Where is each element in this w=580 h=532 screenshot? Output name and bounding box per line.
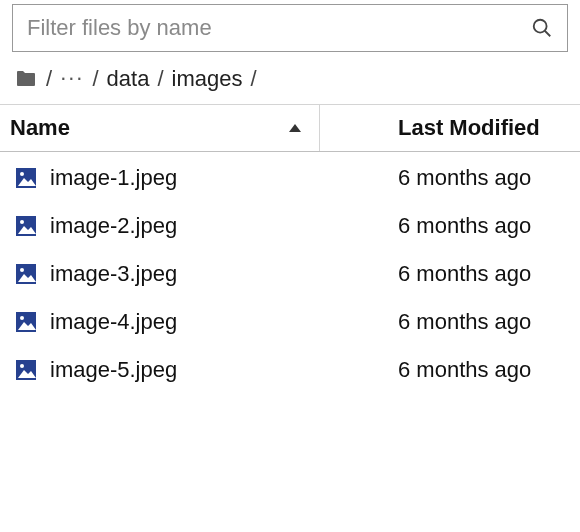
column-header-name[interactable]: Name [0, 105, 320, 151]
svg-point-7 [20, 268, 24, 272]
file-modified: 6 months ago [320, 165, 580, 191]
table-row[interactable]: image-3.jpeg 6 months ago [0, 250, 580, 298]
file-main: image-5.jpeg [0, 357, 320, 383]
file-name: image-3.jpeg [50, 261, 177, 287]
column-header-modified-label: Last Modified [398, 115, 540, 141]
file-name: image-5.jpeg [50, 357, 177, 383]
svg-point-11 [20, 364, 24, 368]
breadcrumb-separator: / [250, 66, 256, 92]
file-modified: 6 months ago [320, 309, 580, 335]
image-icon [14, 214, 38, 238]
image-icon [14, 358, 38, 382]
filter-bar [12, 4, 568, 52]
table-row[interactable]: image-5.jpeg 6 months ago [0, 346, 580, 394]
breadcrumb-segment[interactable]: data [107, 66, 150, 92]
breadcrumb-ellipsis[interactable]: ··· [60, 67, 84, 89]
file-main: image-3.jpeg [0, 261, 320, 287]
table-row[interactable]: image-4.jpeg 6 months ago [0, 298, 580, 346]
breadcrumb-segment[interactable]: images [172, 66, 243, 92]
image-icon [14, 262, 38, 286]
image-icon [14, 166, 38, 190]
table-header: Name Last Modified [0, 104, 580, 152]
file-name: image-4.jpeg [50, 309, 177, 335]
breadcrumb-separator: / [157, 66, 163, 92]
file-name: image-1.jpeg [50, 165, 177, 191]
column-header-modified[interactable]: Last Modified [320, 105, 580, 151]
file-modified: 6 months ago [320, 357, 580, 383]
file-list: image-1.jpeg 6 months ago image-2.jpeg 6… [0, 152, 580, 394]
file-main: image-1.jpeg [0, 165, 320, 191]
svg-line-1 [545, 31, 551, 37]
breadcrumb-separator: / [92, 66, 98, 92]
table-row[interactable]: image-1.jpeg 6 months ago [0, 154, 580, 202]
breadcrumb-separator: / [46, 66, 52, 92]
breadcrumb: / ··· / data / images / [0, 52, 580, 104]
file-main: image-4.jpeg [0, 309, 320, 335]
file-modified: 6 months ago [320, 213, 580, 239]
table-row[interactable]: image-2.jpeg 6 months ago [0, 202, 580, 250]
svg-point-3 [20, 172, 24, 176]
folder-icon[interactable] [14, 67, 38, 91]
svg-point-5 [20, 220, 24, 224]
search-icon[interactable] [531, 17, 553, 39]
svg-point-0 [534, 20, 547, 33]
filter-input[interactable] [27, 15, 531, 41]
svg-point-9 [20, 316, 24, 320]
file-main: image-2.jpeg [0, 213, 320, 239]
column-header-name-label: Name [10, 115, 70, 141]
file-modified: 6 months ago [320, 261, 580, 287]
image-icon [14, 310, 38, 334]
sort-ascending-icon [289, 124, 301, 132]
file-name: image-2.jpeg [50, 213, 177, 239]
